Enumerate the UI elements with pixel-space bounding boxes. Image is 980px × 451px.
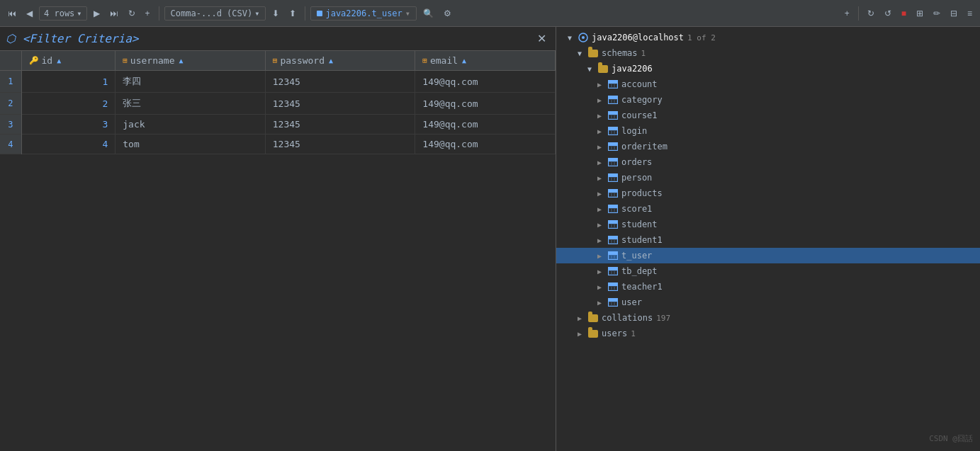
tree-table-t_user[interactable]: ▶ t_user: [556, 248, 980, 263]
cell-id[interactable]: 4: [21, 135, 116, 154]
tree-table-account[interactable]: ▶ account: [556, 76, 980, 92]
tree-table-products[interactable]: ▶ products: [556, 185, 980, 201]
left-panel: ⬡ <Filter Criteria> ✕ 🔑 id ▲: [0, 27, 556, 451]
table-row[interactable]: 3 3 jack 12345 149@qq.com: [0, 115, 556, 135]
cell-password[interactable]: 12345: [265, 71, 415, 93]
right-refresh-button[interactable]: ↻: [864, 6, 878, 21]
upload-button[interactable]: ⬆: [286, 6, 300, 21]
collations-badge: 197: [656, 314, 670, 323]
tree-connection[interactable]: ▼ java2206@localhost 1 of 2: [556, 30, 980, 45]
tree-table-score1[interactable]: ▶ score1: [556, 201, 980, 217]
refresh-button[interactable]: ↻: [125, 6, 139, 21]
tree-schema-java2206[interactable]: ▼ java2206: [556, 61, 980, 76]
right-filter-button[interactable]: ≡: [964, 6, 976, 21]
tree-table-orderitem[interactable]: ▶ orderitem: [556, 139, 980, 154]
csv-format-button[interactable]: Comma-...d (CSV) ▾: [164, 6, 266, 21]
col-email-label: email: [430, 55, 458, 66]
col-header-email[interactable]: ⊞ email ▲: [415, 51, 556, 71]
tree-table-category[interactable]: ▶ category: [556, 92, 980, 108]
table-arrow-t_user: ▶: [597, 252, 607, 260]
col-id-sort[interactable]: ▲: [57, 57, 61, 64]
tree-table-label-score1: score1: [621, 204, 652, 214]
right-stop-button[interactable]: ■: [898, 6, 910, 21]
table-arrow-teacher1: ▶: [597, 283, 607, 291]
col-username-sort[interactable]: ▲: [179, 57, 183, 64]
settings-button[interactable]: ⚙: [440, 6, 455, 21]
cell-password[interactable]: 12345: [265, 115, 415, 135]
table-arrow-tb_dept: ▶: [597, 268, 607, 275]
add-row-button[interactable]: +: [142, 6, 154, 21]
csv-dropdown-icon[interactable]: ▾: [254, 8, 259, 18]
table-row[interactable]: 1 1 李四 12345 149@qq.com: [0, 71, 556, 93]
tree-schemas[interactable]: ▼ schemas 1: [556, 45, 980, 61]
table-name-label: java2206.t_user: [325, 8, 402, 18]
table-row[interactable]: 2 2 张三 12345 149@qq.com: [0, 93, 556, 115]
table-arrow-category: ▶: [597, 96, 607, 104]
tree-table-label-products: products: [621, 188, 663, 198]
schema-arrow: ▼: [587, 65, 597, 73]
col-header-id[interactable]: 🔑 id ▲: [21, 51, 116, 71]
table-arrow-score1: ▶: [597, 205, 607, 213]
row-number: 2: [0, 93, 21, 115]
tree-table-student1[interactable]: ▶ student1: [556, 232, 980, 248]
table-dropdown-icon[interactable]: ▾: [405, 8, 410, 18]
col-id-label: id: [42, 55, 53, 66]
tree-table-label-account: account: [621, 79, 658, 89]
tree-table-course1[interactable]: ▶ course1: [556, 108, 980, 123]
cell-password[interactable]: 12345: [265, 135, 415, 154]
col-header-username[interactable]: ⊞ username ▲: [116, 51, 266, 71]
tree-table-tb_dept[interactable]: ▶ tb_dept: [556, 263, 980, 279]
right-copy-button[interactable]: ⊟: [947, 6, 961, 21]
nav-first-button[interactable]: ⏮: [4, 6, 20, 21]
table-arrow-account: ▶: [597, 81, 607, 89]
right-grid-button[interactable]: ⊞: [913, 6, 927, 21]
tree-table-orders[interactable]: ▶ orders: [556, 154, 980, 170]
cell-password[interactable]: 12345: [265, 93, 415, 115]
download-button[interactable]: ⬇: [269, 6, 283, 21]
table-icon-student1: [607, 234, 619, 246]
cell-id[interactable]: 1: [21, 71, 116, 93]
tree-table-login[interactable]: ▶ login: [556, 123, 980, 139]
cell-email[interactable]: 149@qq.com: [415, 135, 556, 154]
cell-id[interactable]: 2: [21, 93, 116, 115]
tree-table-person[interactable]: ▶ person: [556, 170, 980, 185]
users-badge: 1: [631, 329, 636, 338]
tree-table-teacher1[interactable]: ▶ teacher1: [556, 279, 980, 295]
right-refresh2-button[interactable]: ↺: [881, 6, 895, 21]
tree-table-label-orders: orders: [621, 157, 652, 167]
cell-username[interactable]: 张三: [116, 93, 266, 115]
tree-collations[interactable]: ▶ collations 197: [556, 310, 980, 326]
cell-username[interactable]: jack: [116, 115, 266, 135]
table-row[interactable]: 4 4 tom 12345 149@qq.com: [0, 135, 556, 154]
tree-users[interactable]: ▶ users 1: [556, 326, 980, 341]
right-add-button[interactable]: +: [841, 6, 853, 21]
table-icon-category: [607, 94, 619, 105]
schemas-folder-icon: [587, 47, 599, 59]
cell-username[interactable]: tom: [116, 135, 266, 154]
tree-table-label-category: category: [621, 95, 663, 105]
cell-id[interactable]: 3: [21, 115, 116, 135]
users-folder-icon: [587, 328, 599, 339]
cell-email[interactable]: 149@qq.com: [415, 115, 556, 135]
table-icon-t_user: [607, 250, 619, 261]
tree-table-label-course1: course1: [621, 110, 658, 120]
rows-dropdown-icon[interactable]: ▾: [77, 8, 81, 18]
col-password-sort[interactable]: ▲: [329, 57, 333, 64]
right-edit-button[interactable]: ✏: [930, 6, 944, 21]
nav-last-button[interactable]: ⏭: [106, 6, 122, 21]
cell-email[interactable]: 149@qq.com: [415, 71, 556, 93]
tree-table-user[interactable]: ▶ user: [556, 295, 980, 310]
main-content: ⬡ <Filter Criteria> ✕ 🔑 id ▲: [0, 27, 980, 451]
schemas-badge: 1: [641, 49, 646, 58]
search-button[interactable]: 🔍: [419, 6, 437, 21]
filter-close-button[interactable]: ✕: [534, 30, 550, 47]
cell-email[interactable]: 149@qq.com: [415, 93, 556, 115]
nav-next-button[interactable]: ▶: [90, 6, 103, 21]
col-header-password[interactable]: ⊞ password ▲: [265, 51, 415, 71]
table-header-row: 🔑 id ▲ ⊞ username ▲: [0, 51, 556, 71]
schemas-label: schemas: [602, 48, 638, 58]
cell-username[interactable]: 李四: [116, 71, 266, 93]
tree-table-student[interactable]: ▶ student: [556, 217, 980, 232]
nav-prev-button[interactable]: ◀: [23, 6, 36, 21]
col-email-sort[interactable]: ▲: [462, 57, 466, 64]
